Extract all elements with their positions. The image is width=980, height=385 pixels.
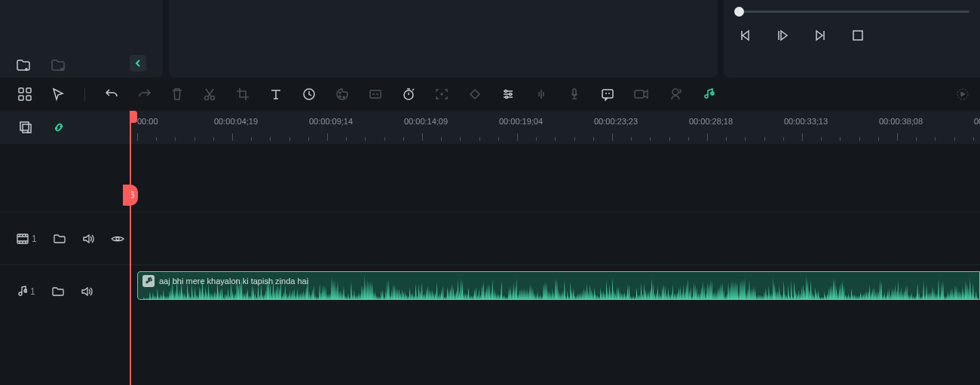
audio-track-1: 1 aaj bhi mere khayalon ki tapish zinda … (0, 264, 980, 317)
playhead-handle[interactable] (130, 111, 137, 123)
ruler-label: 00: (974, 117, 980, 126)
keyframe-icon[interactable] (468, 87, 482, 101)
playhead[interactable] (130, 111, 131, 385)
audio-track-content[interactable]: aaj bhi mere khayalon ki tapish zinda ha… (130, 265, 980, 317)
link-icon[interactable] (53, 121, 65, 133)
select-tool-icon[interactable] (51, 87, 65, 101)
audio-adjust-icon[interactable] (534, 87, 548, 101)
track-visibility-icon[interactable] (111, 234, 124, 243)
text-tool-icon[interactable] (269, 87, 283, 101)
ruler-label: 00:00:09;14 (309, 117, 353, 126)
caption-icon[interactable] (369, 87, 382, 101)
color-icon[interactable] (335, 87, 349, 101)
apps-icon[interactable] (18, 87, 32, 101)
svg-rect-0 (853, 31, 862, 40)
chevron-left-icon (135, 60, 141, 67)
svg-rect-3 (19, 96, 23, 100)
video-track-content[interactable] (130, 212, 980, 264)
voice-icon[interactable] (568, 87, 581, 101)
audio-track-index: 1 (30, 286, 35, 297)
ai-voice-icon[interactable] (669, 87, 682, 101)
adjust-icon[interactable] (501, 87, 515, 101)
video-track-icon (17, 234, 29, 244)
ruler-label: 00:00:23;23 (594, 117, 638, 126)
track-mute-icon[interactable] (82, 234, 94, 244)
subtitle-icon[interactable] (601, 87, 614, 101)
svg-rect-17 (602, 90, 613, 98)
redo-icon[interactable] (138, 87, 152, 101)
svg-point-10 (343, 96, 345, 98)
settings-gear-icon[interactable] (956, 87, 969, 101)
collapse-panel-button[interactable] (130, 55, 146, 72)
cut-icon[interactable] (203, 87, 216, 101)
add-track-icon[interactable] (20, 121, 32, 133)
preview-panel (169, 0, 718, 78)
slider-thumb[interactable] (734, 7, 744, 17)
audio-track-icon (17, 286, 27, 298)
svg-point-24 (116, 237, 119, 240)
ruler-label: 00:00:28;18 (689, 117, 733, 126)
music-note-icon (142, 275, 155, 287)
inspector-panel (724, 0, 980, 78)
clip-title: aaj bhi mere khayalon ki tapish zinda ha… (159, 277, 308, 286)
prev-frame-button[interactable] (739, 29, 751, 41)
ruler-label: 00:00:04;19 (214, 117, 258, 126)
svg-point-9 (339, 96, 341, 97)
timeline-toolbar (0, 78, 980, 111)
svg-point-16 (506, 96, 508, 99)
crop-icon[interactable] (236, 87, 250, 101)
remove-folder-icon[interactable] (51, 60, 65, 72)
ruler-label: 00:00:19;04 (499, 117, 543, 126)
svg-point-13 (441, 93, 443, 95)
svg-rect-18 (635, 90, 644, 98)
svg-rect-4 (26, 96, 31, 100)
timeline-ruler[interactable]: 00:0000:00:04;1900:00:09;1400:00:14;0900… (130, 111, 980, 144)
record-icon[interactable] (634, 89, 649, 99)
zoom-slider[interactable] (734, 8, 969, 13)
audio-clip[interactable]: aaj bhi mere khayalon ki tapish zinda ha… (137, 271, 980, 300)
svg-point-8 (339, 92, 341, 93)
next-frame-button[interactable] (814, 29, 826, 41)
video-track-1: 1 (0, 212, 980, 264)
ruler-label: 00:00 (137, 117, 158, 126)
svg-rect-1 (19, 88, 23, 93)
ruler-label: 00:00:33;13 (784, 117, 828, 126)
track-folder-icon[interactable] (52, 286, 64, 297)
ruler-label: 00:00:14;09 (404, 117, 448, 126)
svg-point-15 (510, 93, 512, 96)
svg-rect-11 (370, 90, 381, 98)
speed-icon[interactable] (302, 87, 316, 101)
svg-point-19 (672, 89, 678, 95)
add-folder-icon[interactable] (17, 60, 30, 72)
video-track-index: 1 (32, 234, 37, 244)
svg-rect-2 (26, 88, 31, 93)
svg-rect-22 (23, 124, 31, 133)
focus-icon[interactable] (435, 87, 449, 101)
ruler-label: 00:00:38;08 (879, 117, 923, 126)
delete-icon[interactable] (171, 87, 183, 101)
svg-rect-21 (20, 122, 29, 130)
play-button[interactable] (776, 29, 789, 41)
timer-icon[interactable] (402, 87, 415, 101)
svg-point-6 (211, 96, 215, 100)
timeline: 00:0000:00:04;1900:00:09;1400:00:14;0900… (0, 111, 980, 385)
media-panel (0, 0, 163, 78)
svg-point-5 (205, 96, 209, 100)
svg-point-14 (505, 90, 507, 93)
stop-button[interactable] (852, 29, 864, 41)
track-mute-icon[interactable] (81, 286, 93, 297)
track-folder-icon[interactable] (54, 234, 66, 244)
audio-tool-icon[interactable] (702, 87, 715, 101)
undo-icon[interactable] (105, 87, 118, 101)
